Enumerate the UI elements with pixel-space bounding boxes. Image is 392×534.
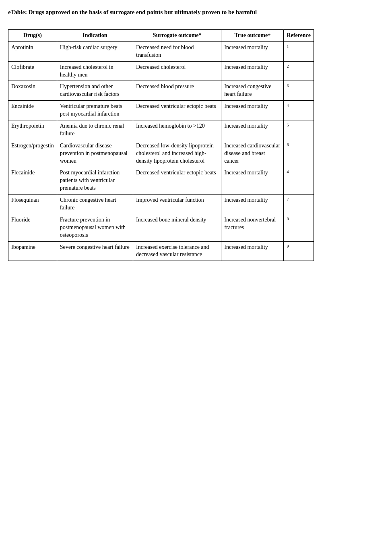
- reference-cell: 5: [284, 120, 314, 140]
- drug-cell: Flosequinan: [8, 195, 57, 214]
- col-header-true-outcome: True outcome†: [221, 30, 284, 42]
- reference-cell: 8: [284, 214, 314, 241]
- reference-cell: 9: [284, 241, 314, 261]
- table-row: AprotininHigh-risk cardiac surgeryDecrea…: [8, 41, 314, 61]
- true-outcome-cell: Increased mortality: [221, 195, 284, 214]
- page-title: eTable: Drugs approved on the basis of s…: [8, 8, 314, 17]
- indication-cell: Cardiovascular disease prevention in pos…: [57, 140, 133, 167]
- indication-cell: Hypertension and other cardiovascular ri…: [57, 81, 133, 101]
- col-header-surrogate: Surrogate outcome*: [133, 30, 221, 42]
- surrogate-cell: Decreased need for blood transfusion: [133, 41, 221, 61]
- drug-cell: Aprotinin: [8, 41, 57, 61]
- surrogate-cell: Decreased low-density lipoprotein choles…: [133, 140, 221, 167]
- table-header-row: Drug(s) Indication Surrogate outcome* Tr…: [8, 30, 314, 42]
- drug-cell: Estrogen/progestin: [8, 140, 57, 167]
- table-row: DoxazosinHypertension and other cardiova…: [8, 81, 314, 101]
- drug-cell: Fluoride: [8, 214, 57, 241]
- indication-cell: Ventricular premature beats post myocard…: [57, 101, 133, 120]
- true-outcome-cell: Increased mortality: [221, 41, 284, 61]
- indication-cell: Increased cholesterol in healthy men: [57, 61, 133, 81]
- surrogate-cell: Decreased ventricular ectopic beats: [133, 101, 221, 120]
- indication-cell: Anemia due to chronic renal failure: [57, 120, 133, 140]
- table-row: FlosequinanChronic congestive heart fail…: [8, 195, 314, 214]
- reference-cell: 7: [284, 195, 314, 214]
- table-row: IbopamineSevere congestive heart failure…: [8, 241, 314, 261]
- drug-cell: Clofibrate: [8, 61, 57, 81]
- true-outcome-cell: Increased mortality: [221, 61, 284, 81]
- indication-cell: Fracture prevention in postmenopausal wo…: [57, 214, 133, 241]
- true-outcome-cell: Increased congestive heart failure: [221, 81, 284, 101]
- true-outcome-cell: Increased cardiovascular disease and bre…: [221, 140, 284, 167]
- true-outcome-cell: Increased mortality: [221, 167, 284, 195]
- col-header-indication: Indication: [57, 30, 133, 42]
- surrogate-cell: Improved ventricular function: [133, 195, 221, 214]
- surrogate-cell: Decreased blood pressure: [133, 81, 221, 101]
- surrogate-cell: Increased exercise tolerance and decreas…: [133, 241, 221, 261]
- surrogate-cell: Increased hemoglobin to >120: [133, 120, 221, 140]
- indication-cell: Severe congestive heart failure: [57, 241, 133, 261]
- true-outcome-cell: Increased mortality: [221, 120, 284, 140]
- table-row: FluorideFracture prevention in postmenop…: [8, 214, 314, 241]
- reference-cell: 4: [284, 167, 314, 195]
- table-row: FlecainidePost myocardial infarction pat…: [8, 167, 314, 195]
- main-table: Drug(s) Indication Surrogate outcome* Tr…: [8, 29, 314, 261]
- table-row: EncainideVentricular premature beats pos…: [8, 101, 314, 120]
- table-row: ErythropoietinAnemia due to chronic rena…: [8, 120, 314, 140]
- table-row: Estrogen/progestinCardiovascular disease…: [8, 140, 314, 167]
- drug-cell: Flecainide: [8, 167, 57, 195]
- table-row: ClofibrateIncreased cholesterol in healt…: [8, 61, 314, 81]
- drug-cell: Encainide: [8, 101, 57, 120]
- surrogate-cell: Increased bone mineral density: [133, 214, 221, 241]
- col-header-drug: Drug(s): [8, 30, 57, 42]
- reference-cell: 6: [284, 140, 314, 167]
- surrogate-cell: Decreased ventricular ectopic beats: [133, 167, 221, 195]
- indication-cell: Post myocardial infarction patients with…: [57, 167, 133, 195]
- true-outcome-cell: Increased mortality: [221, 241, 284, 261]
- drug-cell: Ibopamine: [8, 241, 57, 261]
- surrogate-cell: Decreased cholesterol: [133, 61, 221, 81]
- reference-cell: 3: [284, 81, 314, 101]
- drug-cell: Erythropoietin: [8, 120, 57, 140]
- reference-cell: 4: [284, 101, 314, 120]
- reference-cell: 1: [284, 41, 314, 61]
- drug-cell: Doxazosin: [8, 81, 57, 101]
- true-outcome-cell: Increased mortality: [221, 101, 284, 120]
- indication-cell: High-risk cardiac surgery: [57, 41, 133, 61]
- col-header-reference: Reference: [284, 30, 314, 42]
- true-outcome-cell: Increased nonvertebral fractures: [221, 214, 284, 241]
- reference-cell: 2: [284, 61, 314, 81]
- indication-cell: Chronic congestive heart failure: [57, 195, 133, 214]
